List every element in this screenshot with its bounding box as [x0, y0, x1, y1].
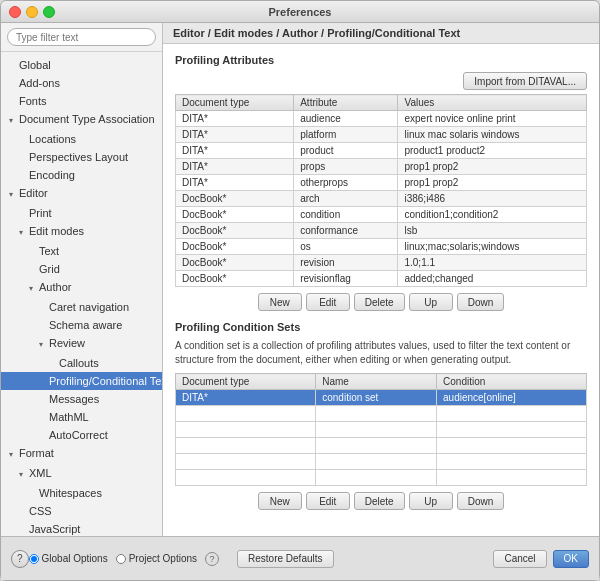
col-attribute: Attribute	[294, 95, 398, 111]
titlebar: Preferences	[1, 1, 599, 23]
sidebar-item-grid[interactable]: Grid	[1, 260, 162, 278]
cancel-button[interactable]: Cancel	[493, 550, 546, 568]
cond-delete-button[interactable]: Delete	[354, 492, 405, 510]
condition-sets-title: Profiling Condition Sets	[175, 321, 587, 333]
sidebar-item-autocorrect[interactable]: AutoCorrect	[1, 426, 162, 444]
bottom-bar: ? Global Options Project Options ? Resto…	[1, 536, 599, 580]
table-row[interactable]	[176, 470, 587, 486]
sidebar-item-fonts[interactable]: Fonts	[1, 92, 162, 110]
cond-up-button[interactable]: Up	[409, 492, 453, 510]
sidebar-item-javascript[interactable]: JavaScript	[1, 520, 162, 536]
cond-table-buttons: New Edit Delete Up Down	[175, 492, 587, 510]
table-row[interactable]: DocBook*conformancelsb	[176, 223, 587, 239]
sidebar: Global Add-ons Fonts Document Type Assoc…	[1, 23, 163, 536]
sidebar-tree: Global Add-ons Fonts Document Type Assoc…	[1, 52, 162, 536]
table-row[interactable]	[176, 406, 587, 422]
condition-sets-table: Document type Name Condition DITA*condit…	[175, 373, 587, 486]
table-row[interactable]: DocBook*revisionflagadded;changed	[176, 271, 587, 287]
sidebar-item-addons[interactable]: Add-ons	[1, 74, 162, 92]
sidebar-item-xml[interactable]: XML	[1, 464, 162, 484]
help-button[interactable]: ?	[11, 550, 29, 568]
minimize-button[interactable]	[26, 6, 38, 18]
attr-delete-button[interactable]: Delete	[354, 293, 405, 311]
global-options-radio[interactable]	[29, 554, 39, 564]
ok-button[interactable]: OK	[553, 550, 589, 568]
sidebar-item-messages[interactable]: Messages	[1, 390, 162, 408]
maximize-button[interactable]	[43, 6, 55, 18]
profiling-attributes-table: Document type Attribute Values DITA*audi…	[175, 94, 587, 287]
table-row[interactable]: DITA*propsprop1 prop2	[176, 159, 587, 175]
cond-col-condition: Condition	[437, 374, 587, 390]
cond-down-button[interactable]: Down	[457, 492, 505, 510]
options-section: Global Options Project Options ? Restore…	[29, 550, 488, 568]
options-help-icon[interactable]: ?	[205, 552, 219, 566]
attr-new-button[interactable]: New	[258, 293, 302, 311]
search-box	[1, 23, 162, 52]
table-row[interactable]: DITA*platformlinux mac solaris windows	[176, 127, 587, 143]
import-btn-row: Import from DITAVAL...	[175, 72, 587, 90]
attr-up-button[interactable]: Up	[409, 293, 453, 311]
cond-edit-button[interactable]: Edit	[306, 492, 350, 510]
condition-sets-description: A condition set is a collection of profi…	[175, 339, 587, 367]
sidebar-item-review[interactable]: Review	[1, 334, 162, 354]
bottom-actions: Global Options Project Options ? Restore…	[29, 550, 589, 568]
sidebar-item-mathml[interactable]: MathML	[1, 408, 162, 426]
table-row[interactable]: DocBook*oslinux;mac;solaris;windows	[176, 239, 587, 255]
cond-col-doctype: Document type	[176, 374, 316, 390]
preferences-window: Preferences Global Add-ons Fonts Documen…	[0, 0, 600, 581]
profiling-attributes-title: Profiling Attributes	[175, 54, 587, 66]
table-row[interactable]	[176, 422, 587, 438]
sidebar-item-caretnav[interactable]: Caret navigation	[1, 298, 162, 316]
main-content: Profiling Attributes Import from DITAVAL…	[163, 44, 599, 536]
sidebar-item-locations[interactable]: Locations	[1, 130, 162, 148]
sidebar-item-editor[interactable]: Editor	[1, 184, 162, 204]
content-area: Global Add-ons Fonts Document Type Assoc…	[1, 23, 599, 536]
sidebar-item-print[interactable]: Print	[1, 204, 162, 222]
sidebar-item-global[interactable]: Global	[1, 56, 162, 74]
sidebar-item-encoding[interactable]: Encoding	[1, 166, 162, 184]
attr-down-button[interactable]: Down	[457, 293, 505, 311]
main-panel: Editor / Edit modes / Author / Profiling…	[163, 23, 599, 536]
project-options-radio[interactable]	[116, 554, 126, 564]
table-row[interactable]: DocBook*revision1.0;1.1	[176, 255, 587, 271]
traffic-lights	[9, 6, 55, 18]
table-row[interactable]: DITA*otherpropsprop1 prop2	[176, 175, 587, 191]
sidebar-item-doctype[interactable]: Document Type Association	[1, 110, 162, 130]
table-row[interactable]: DocBook*archi386;i486	[176, 191, 587, 207]
col-values: Values	[398, 95, 587, 111]
table-row[interactable]	[176, 454, 587, 470]
table-row[interactable]: DocBook*conditioncondition1;condition2	[176, 207, 587, 223]
col-doctype: Document type	[176, 95, 294, 111]
window-title: Preferences	[269, 6, 332, 18]
sidebar-item-callouts[interactable]: Callouts	[1, 354, 162, 372]
attr-edit-button[interactable]: Edit	[306, 293, 350, 311]
table-row[interactable]	[176, 438, 587, 454]
cond-col-name: Name	[316, 374, 437, 390]
sidebar-item-text[interactable]: Text	[1, 242, 162, 260]
breadcrumb: Editor / Edit modes / Author / Profiling…	[163, 23, 599, 44]
sidebar-item-author[interactable]: Author	[1, 278, 162, 298]
sidebar-item-format[interactable]: Format	[1, 444, 162, 464]
close-button[interactable]	[9, 6, 21, 18]
restore-defaults-button[interactable]: Restore Defaults	[237, 550, 333, 568]
footer-buttons: Cancel OK	[493, 550, 589, 568]
attr-table-buttons: New Edit Delete Up Down	[175, 293, 587, 311]
cond-new-button[interactable]: New	[258, 492, 302, 510]
global-options-label[interactable]: Global Options	[29, 553, 108, 564]
sidebar-item-schemaaware[interactable]: Schema aware	[1, 316, 162, 334]
project-options-label[interactable]: Project Options	[116, 553, 197, 564]
sidebar-item-editmodes[interactable]: Edit modes	[1, 222, 162, 242]
import-ditaval-button[interactable]: Import from DITAVAL...	[463, 72, 587, 90]
table-row[interactable]: DITA*productproduct1 product2	[176, 143, 587, 159]
sidebar-item-whitespaces[interactable]: Whitespaces	[1, 484, 162, 502]
sidebar-item-perspectives[interactable]: Perspectives Layout	[1, 148, 162, 166]
sidebar-item-css[interactable]: CSS	[1, 502, 162, 520]
table-row[interactable]: DITA*audienceexpert novice online print	[176, 111, 587, 127]
table-row[interactable]: DITA*condition setaudience[online]	[176, 390, 587, 406]
sidebar-item-profilingcond[interactable]: Profiling/Conditional Text	[1, 372, 162, 390]
search-input[interactable]	[7, 28, 156, 46]
